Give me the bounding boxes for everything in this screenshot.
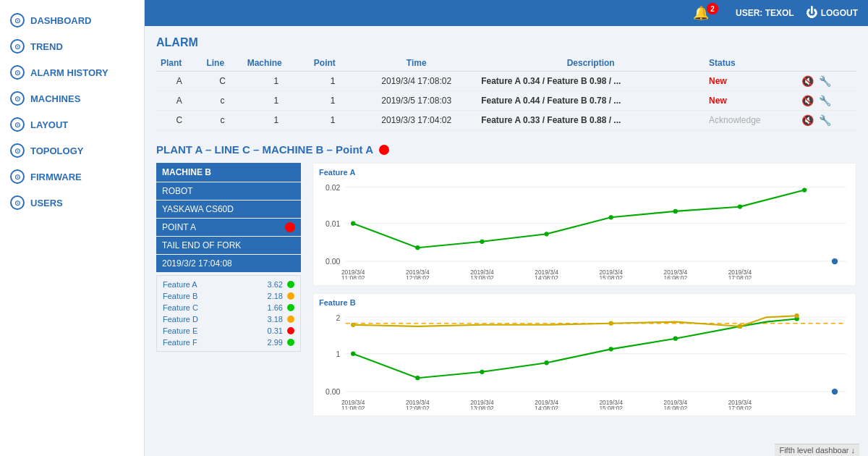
feature-f-value: 2.99 [268,338,283,347]
sidebar-label-dashboard: DASHBOARD [30,15,92,26]
feature-a-value: 3.62 [268,280,283,289]
row3-machine: 1 [243,111,310,130]
wrench-icon-1[interactable]: 🔧 [819,75,831,87]
feature-e-value: 0.31 [268,326,283,335]
svg-text:13:08:02: 13:08:02 [470,274,494,279]
row1-description: Feature A 0.34 / Feature B 0.98 / ... [477,72,705,91]
feature-e-dot [287,327,294,334]
robot-row: ROBOT [156,182,301,200]
feature-a-name: Feature A [163,280,197,289]
alarm-title: ALARM [156,36,856,49]
logout-button[interactable]: ⏻ LOGOUT [806,7,858,20]
row1-time: 2019/3/4 17:08:02 [356,72,477,91]
row1-plant: A [156,72,202,91]
svg-point-8 [480,240,484,244]
fifth-level-bar: Fifth level dashboar ↓ [775,444,859,456]
feature-item-b: Feature B 2.18 [160,290,297,302]
sidebar-item-alarm-history[interactable]: ⊙ ALARM HISTORY [0,59,144,85]
feature-c-name: Feature C [163,303,198,312]
svg-text:16:08:02: 16:08:02 [664,274,688,279]
bottom-section: MACHINE B ROBOT YASKAWA CS60D POINT A TA… [156,163,856,416]
svg-point-11 [673,209,678,214]
svg-point-48 [832,389,838,394]
col-machine: Machine [243,55,310,72]
user-label: USER: TEXOL [736,8,794,18]
svg-point-36 [351,352,355,356]
svg-point-6 [351,221,355,226]
yaskawa-row: YASKAWA CS60D [156,200,301,218]
col-plant: Plant [156,55,202,72]
sound-icon-1[interactable]: 🔇 [801,75,814,87]
sidebar-label-users: USERS [30,198,63,208]
sidebar-label-alarm-history: ALARM HISTORY [30,67,109,78]
feature-a-dot [287,281,294,288]
main-content: ALARM Plant Line Machine Point Time Desc… [145,26,868,456]
machine-header: MACHINE B [156,163,301,182]
svg-text:15:08:02: 15:08:02 [599,274,623,279]
chart-a-label: Feature A [319,168,850,177]
svg-point-47 [794,313,799,318]
svg-point-40 [609,347,613,351]
main-wrapper: 🔔 2 USER: TEXOL ⏻ LOGOUT ALARM Plant Lin… [145,0,868,456]
feature-item-a: Feature A 3.62 [160,279,297,290]
users-icon: ⊙ [10,195,25,210]
svg-text:11:08:02: 11:08:02 [341,274,365,279]
col-actions [797,55,856,72]
firmware-icon: ⊙ [10,169,25,184]
col-description: Description [477,55,705,72]
sound-icon-2[interactable]: 🔇 [801,95,814,106]
notification-area[interactable]: 🔔 2 [693,5,724,21]
sound-icon-3[interactable]: 🔇 [801,114,814,126]
sidebar-item-firmware[interactable]: ⊙ FIRMWARE [0,164,144,190]
sidebar-item-topology[interactable]: ⊙ TOPOLOGY [0,138,144,164]
row2-status: New [705,91,797,111]
feature-item-c: Feature C 1.66 [160,302,297,313]
svg-point-41 [673,337,678,341]
svg-point-13 [802,187,807,192]
feature-e-name: Feature E [163,326,197,335]
feature-c-value: 1.66 [268,303,283,312]
svg-text:0.00: 0.00 [326,388,341,396]
point-row: POINT A [156,219,301,236]
topbar: 🔔 2 USER: TEXOL ⏻ LOGOUT [145,0,868,26]
point-label: POINT A [162,222,196,232]
feature-item-f: Feature F 2.99 [160,337,297,348]
sidebar-item-trend[interactable]: ⊙ TREND [0,33,144,59]
alarm-section: ALARM Plant Line Machine Point Time Desc… [156,36,856,130]
status-ack-1: Acknowledge [709,115,760,125]
sidebar-label-firmware: FIRMWARE [30,172,82,182]
feature-item-e: Feature E 0.31 [160,325,297,337]
wrench-icon-3[interactable]: 🔧 [819,114,831,126]
row3-description: Feature A 0.33 / Feature B 0.88 / ... [477,111,705,130]
row3-actions: 🔇 🔧 [797,111,856,130]
sidebar-label-machines: MACHINES [30,93,80,104]
svg-point-37 [415,376,420,380]
feature-d-value: 3.18 [268,315,283,324]
sidebar-item-machines[interactable]: ⊙ MACHINES [0,85,144,111]
feature-b-name: Feature B [163,292,197,300]
topology-icon: ⊙ [10,143,25,158]
row3-time: 2019/3/3 17:04:02 [356,111,477,130]
row2-plant: A [156,91,202,111]
svg-text:0.02: 0.02 [326,184,341,192]
sidebar-item-dashboard[interactable]: ⊙ DASHBOARD [0,7,144,33]
svg-text:12:08:02: 12:08:02 [406,274,430,279]
sidebar-item-layout[interactable]: ⊙ LAYOUT [0,111,144,138]
svg-text:14:08:02: 14:08:02 [535,274,558,279]
plant-status-dot [379,145,389,155]
sidebar-item-users[interactable]: ⊙ USERS [0,190,144,216]
chart-b-container: Feature B 2 1 0.00 [312,293,856,416]
sidebar-label-topology: TOPOLOGY [30,145,83,156]
row3-status: Acknowledge [705,111,797,130]
col-time: Time [356,55,477,72]
svg-point-12 [738,204,742,208]
fifth-level-text: Fifth level dashboar ↓ [779,446,855,455]
svg-point-46 [738,324,742,329]
svg-text:0.00: 0.00 [326,258,341,266]
feature-list: Feature A 3.62 Feature B 2.18 Feature C … [156,275,301,352]
wrench-icon-2[interactable]: 🔧 [819,95,831,106]
table-row: A C 1 1 2019/3/4 17:08:02 Feature A 0.34… [156,72,856,91]
svg-text:13:08:02: 13:08:02 [470,405,494,410]
svg-text:15:08:02: 15:08:02 [599,405,623,410]
row2-line: c [202,91,242,111]
